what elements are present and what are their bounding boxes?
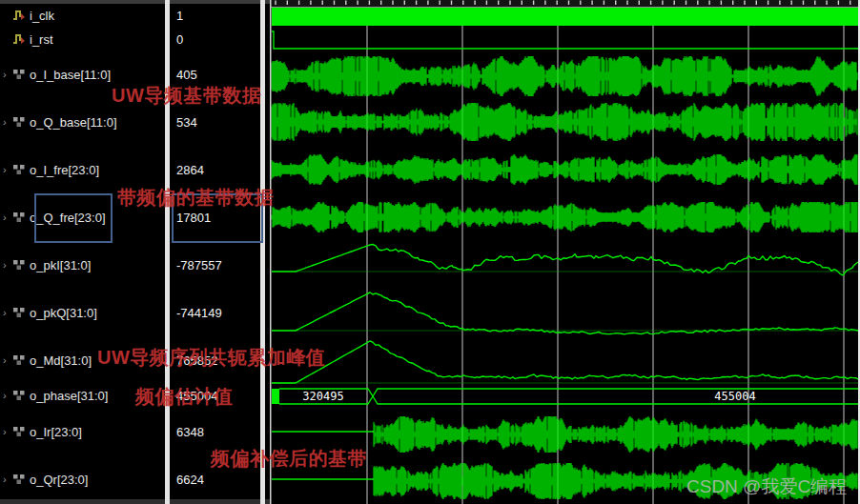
signal-name-label: i_rst bbox=[30, 32, 53, 47]
signal-name-label: o_phase[31:0] bbox=[30, 389, 108, 403]
waveform-svg: 320495455004 bbox=[270, 0, 860, 504]
names-values-splitter[interactable] bbox=[165, 0, 170, 504]
phase-bus-value: 320495 bbox=[302, 390, 343, 403]
signal-row-o_pkQ[interactable]: ›o_pkQ[31:0] bbox=[0, 304, 165, 321]
red-annotation-5: 频偏补偿后的基带 bbox=[211, 446, 367, 472]
expand-chevron-icon[interactable]: › bbox=[3, 391, 12, 400]
bus-signal-icon bbox=[12, 212, 26, 223]
panel-bottom-edge bbox=[0, 499, 270, 504]
bus-signal-icon bbox=[12, 69, 26, 80]
signal-value-o_Q_base[interactable]: 534 bbox=[176, 113, 197, 131]
timeline-ruler[interactable] bbox=[270, 0, 860, 8]
signal-value-o_I_base[interactable]: 405 bbox=[176, 66, 197, 83]
signal-value-o_Ir[interactable]: 6348 bbox=[176, 423, 204, 440]
bus-signal-icon bbox=[12, 164, 26, 175]
bus-signal-icon bbox=[12, 354, 26, 366]
signal-name-label: i_clk bbox=[30, 9, 54, 23]
bus-signal-icon bbox=[12, 259, 26, 271]
bus-signal-icon bbox=[12, 426, 26, 437]
signal-value-o_I_fre[interactable]: 2864 bbox=[176, 161, 204, 178]
values-wave-splitter[interactable] bbox=[260, 0, 265, 504]
signal-row-o_Qr[interactable]: ›o_Qr[23:0] bbox=[0, 471, 165, 488]
expand-chevron-icon[interactable]: › bbox=[3, 70, 12, 79]
signal-value-o_pkQ[interactable]: -744149 bbox=[176, 304, 222, 321]
red-annotation-1: UW导频基带数据 bbox=[112, 83, 261, 109]
expand-chevron-icon[interactable]: › bbox=[3, 474, 12, 484]
phase-bus-value: 455004 bbox=[714, 390, 755, 403]
signal-name-label: o_Ir[23:0] bbox=[30, 425, 82, 439]
signal-name-label: o_I_base[11:0] bbox=[30, 68, 111, 82]
scalar-signal-icon bbox=[12, 10, 26, 21]
expand-chevron-icon[interactable]: › bbox=[3, 308, 12, 317]
signal-row-i_rst[interactable]: i_rst bbox=[0, 30, 165, 48]
signal-name-label: o_pkQ[31:0] bbox=[30, 306, 97, 320]
expand-chevron-icon[interactable]: › bbox=[3, 165, 12, 174]
bus-signal-icon bbox=[12, 307, 26, 318]
bus-signal-icon bbox=[12, 474, 26, 485]
panel-top-edge bbox=[0, 0, 270, 4]
scalar-signal-icon bbox=[12, 33, 26, 45]
expand-chevron-icon[interactable]: › bbox=[3, 427, 12, 436]
signal-name-label: o_I_fre[23:0] bbox=[30, 163, 99, 177]
expand-chevron-icon[interactable]: › bbox=[3, 260, 12, 270]
expand-chevron-icon[interactable]: › bbox=[3, 212, 12, 222]
expand-chevron-icon[interactable]: › bbox=[3, 355, 12, 365]
signal-row-o_I_fre[interactable]: ›o_I_fre[23:0] bbox=[0, 161, 165, 178]
selected-signal-name-box bbox=[34, 193, 113, 243]
signal-name-label: o_Q_base[11:0] bbox=[30, 115, 117, 130]
signal-name-label: o_Qr[23:0] bbox=[30, 473, 88, 487]
signal-value-o_pkI[interactable]: -787557 bbox=[176, 256, 222, 273]
signal-name-label: o_Md[31:0] bbox=[30, 353, 92, 368]
signal-row-o_I_base[interactable]: ›o_I_base[11:0] bbox=[0, 66, 165, 83]
signal-row-o_Ir[interactable]: ›o_Ir[23:0] bbox=[0, 423, 165, 440]
signal-value-i_rst[interactable]: 0 bbox=[176, 30, 183, 48]
red-annotation-4: 频偏估计值 bbox=[135, 384, 234, 410]
watermark-text: CSDN @我爱C编程 bbox=[686, 474, 847, 499]
waveform-viewer-window: i_clki_rst›o_I_base[11:0]›o_Q_base[11:0]… bbox=[0, 0, 860, 504]
signal-row-o_pkI[interactable]: ›o_pkI[31:0] bbox=[0, 256, 165, 273]
bus-signal-icon bbox=[12, 116, 26, 128]
signal-value-o_Qr[interactable]: 6624 bbox=[176, 471, 204, 488]
signal-row-o_Q_base[interactable]: ›o_Q_base[11:0] bbox=[0, 113, 165, 131]
signal-row-i_clk[interactable]: i_clk bbox=[0, 7, 165, 24]
signal-value-i_clk[interactable]: 1 bbox=[176, 7, 183, 24]
red-annotation-3: UW导频序列共轭累加峰值 bbox=[97, 345, 325, 371]
signal-name-label: o_pkI[31:0] bbox=[30, 258, 91, 272]
signal-names-panel: i_clki_rst›o_I_base[11:0]›o_Q_base[11:0]… bbox=[0, 0, 165, 504]
waveform-canvas[interactable]: 320495455004 bbox=[270, 0, 860, 504]
red-annotation-2: 带频偏的基带数据 bbox=[117, 185, 274, 211]
bus-signal-icon bbox=[12, 390, 26, 401]
expand-chevron-icon[interactable]: › bbox=[3, 117, 12, 127]
